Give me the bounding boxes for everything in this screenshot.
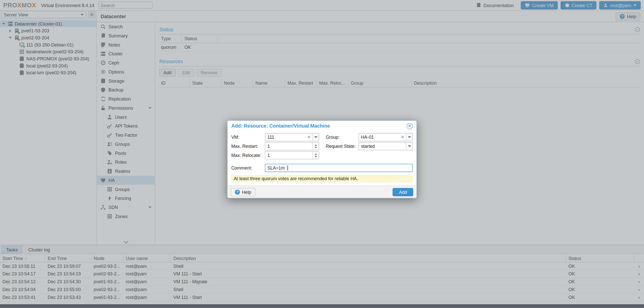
close-icon[interactable]: ✕ bbox=[407, 123, 413, 129]
dialog-footer: ? Help Add bbox=[227, 186, 417, 198]
max-relocate-spinner[interactable]: 1 bbox=[265, 151, 319, 159]
max-relocate-label: Max. Relocate: bbox=[231, 153, 265, 158]
dropdown-trigger-icon[interactable] bbox=[406, 133, 412, 141]
dropdown-trigger-icon[interactable] bbox=[406, 143, 412, 150]
request-state-label: Request State: bbox=[326, 144, 359, 149]
clear-icon[interactable]: ✕ bbox=[400, 134, 406, 140]
spin-down-icon[interactable] bbox=[313, 155, 319, 159]
help-icon: ? bbox=[235, 189, 240, 195]
vm-label: VM: bbox=[231, 135, 265, 140]
comment-input[interactable]: SLA=1m bbox=[265, 164, 413, 172]
vm-combobox[interactable]: 111 ✕ bbox=[265, 133, 319, 141]
quorum-notice: At least three quorum votes are recommen… bbox=[231, 175, 413, 182]
max-restart-label: Max. Restart: bbox=[231, 144, 265, 149]
dialog-title: Add: Resource: Container/Virtual Machine bbox=[231, 123, 330, 129]
max-restart-spinner[interactable]: 1 bbox=[265, 142, 319, 150]
group-label: Group: bbox=[326, 135, 359, 140]
dialog-help-button[interactable]: ? Help bbox=[231, 188, 255, 196]
dropdown-trigger-icon[interactable] bbox=[312, 133, 319, 141]
proxmox-app: PROXMOX Virtual Environment 8.4.14 Docum… bbox=[0, 0, 644, 308]
request-state-select[interactable]: started bbox=[359, 142, 413, 150]
dialog-title-bar[interactable]: Add: Resource: Container/Virtual Machine… bbox=[227, 121, 417, 131]
group-combobox[interactable]: HA-01 ✕ bbox=[359, 133, 413, 141]
clear-icon[interactable]: ✕ bbox=[306, 134, 312, 140]
add-resource-dialog: Add: Resource: Container/Virtual Machine… bbox=[227, 120, 417, 198]
comment-label: Comment: bbox=[231, 165, 265, 171]
spinner-buttons[interactable] bbox=[312, 143, 319, 150]
dialog-add-button[interactable]: Add bbox=[393, 188, 413, 196]
text-cursor bbox=[287, 165, 288, 171]
spin-up-icon[interactable] bbox=[313, 152, 319, 155]
spin-up-icon[interactable] bbox=[313, 143, 319, 146]
spin-down-icon[interactable] bbox=[313, 146, 319, 150]
spinner-buttons[interactable] bbox=[312, 152, 319, 159]
